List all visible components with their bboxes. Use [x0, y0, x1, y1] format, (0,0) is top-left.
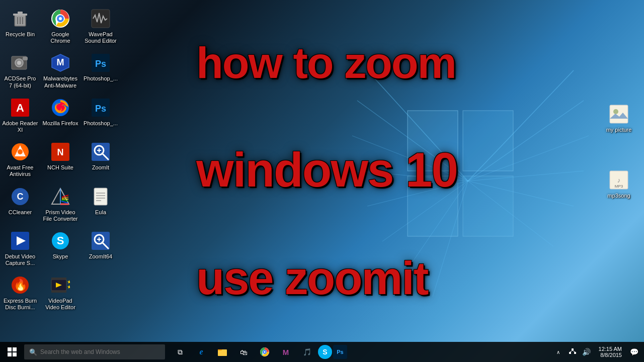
svg-rect-96 [572, 348, 574, 350]
icon-photoshop2[interactable]: Ps Photoshop_... [80, 94, 121, 136]
icon-wavepad[interactable]: WavePad Sound Editor [80, 5, 121, 47]
firefox-icon [51, 98, 70, 117]
icon-zoomit64[interactable]: ZoomIt64 [80, 227, 121, 269]
videopad-icon: ★ ★ [51, 276, 70, 295]
icon-row-1: Recycle Bin Google Chrome [0, 5, 121, 47]
right-icons-area: my picture ♪ MP3 mp3song [599, 101, 639, 202]
svg-text:🔥: 🔥 [14, 278, 28, 292]
acdsee-label: ACDSee Pro 7 (64-bit) [2, 75, 38, 88]
express-burn-label: Express Burn Disc Burni... [2, 298, 38, 311]
taskbar-photoshop[interactable]: Ps [333, 345, 347, 359]
icon-row-2: ACDSee Pro 7 (64-bit) M Malwarebytes Ant… [0, 49, 121, 92]
svg-rect-89 [8, 352, 12, 356]
system-clock[interactable]: 12:15 AM 8/8/2015 [595, 342, 626, 362]
svg-text:S: S [57, 234, 64, 247]
svg-point-95 [264, 351, 266, 353]
clock-date: 8/8/2015 [600, 352, 622, 358]
skype-icon: S [51, 231, 70, 250]
svg-point-42 [18, 149, 23, 154]
taskbar: 🔍 ⧉ e 🛍 [0, 342, 644, 362]
photoshop1-label: Photoshop_... [84, 75, 118, 82]
tray-notification[interactable]: 💬 [628, 342, 640, 362]
tray-network[interactable] [567, 342, 579, 362]
nch-label: NCH Suite [47, 164, 73, 171]
icon-row-7: 🔥 Express Burn Disc Burni... ★ ★ [0, 272, 80, 314]
clock-time: 12:15 AM [599, 346, 622, 352]
svg-point-27 [59, 17, 62, 20]
zoomit64-label: ZoomIt64 [89, 253, 112, 260]
chrome-label: Google Chrome [42, 31, 78, 44]
svg-point-83 [613, 109, 618, 114]
icon-zoomit[interactable]: ZoomIt [80, 138, 121, 180]
taskbar-task-view[interactable]: ⧉ [170, 342, 190, 362]
tray-expand[interactable]: ∧ [552, 342, 565, 362]
icon-videopad[interactable]: ★ ★ VideoPad Video Editor [40, 272, 80, 314]
svg-text:MP3: MP3 [615, 184, 623, 189]
file-explorer-icon [217, 347, 227, 357]
icon-google-chrome[interactable]: Google Chrome [40, 5, 80, 47]
svg-rect-88 [13, 347, 17, 351]
prism-icon [51, 187, 70, 206]
icon-row-6: Debut Video Capture S... S Skype [0, 227, 121, 269]
icon-row-3: A Adobe Reader XI Mozilla Firefox [0, 94, 121, 136]
recycle-bin-label: Recycle Bin [6, 31, 35, 38]
wavepad-icon [91, 9, 110, 28]
zoomit-label: ZoomIt [92, 164, 109, 171]
tray-volume[interactable]: 🔊 [581, 342, 593, 362]
taskbar-chrome[interactable] [255, 342, 275, 362]
icon-acdsee[interactable]: ACDSee Pro 7 (64-bit) [0, 49, 40, 92]
icon-avast[interactable]: Avast Free Antivirus [0, 138, 40, 180]
svg-rect-20 [18, 12, 23, 14]
svg-line-99 [570, 350, 573, 352]
icon-adobe-reader[interactable]: A Adobe Reader XI [0, 94, 40, 136]
taskbar-store[interactable]: 🛍 [233, 342, 254, 362]
icon-eula[interactable]: Eula [80, 183, 121, 225]
svg-rect-32 [23, 57, 28, 60]
icon-mp3song[interactable]: ♪ MP3 mp3song [599, 166, 639, 202]
my-picture-icon [609, 105, 628, 124]
svg-rect-15 [463, 111, 513, 171]
taskbar-media[interactable]: 🎵 [297, 342, 317, 362]
icon-my-picture[interactable]: my picture [599, 101, 639, 136]
taskbar-file-explorer[interactable] [212, 342, 232, 362]
svg-rect-82 [610, 105, 628, 123]
debut-label: Debut Video Capture S... [2, 253, 38, 266]
icon-skype[interactable]: S Skype [40, 227, 80, 269]
icon-ccleaner[interactable]: C CCleaner [0, 183, 40, 225]
icon-express-burn[interactable]: 🔥 Express Burn Disc Burni... [0, 272, 40, 314]
adobe-reader-label: Adobe Reader XI [2, 120, 38, 133]
express-burn-icon: 🔥 [11, 276, 30, 295]
search-input[interactable] [40, 348, 151, 355]
videopad-label: VideoPad Video Editor [42, 298, 78, 311]
icon-photoshop1[interactable]: Ps Photoshop_... [80, 49, 121, 92]
taskbar-mail[interactable]: M [276, 342, 296, 362]
svg-line-100 [573, 350, 575, 352]
svg-rect-60 [94, 188, 107, 205]
svg-line-56 [62, 197, 68, 198]
avast-label: Avast Free Antivirus [2, 164, 38, 177]
icon-nch[interactable]: N NCH Suite [40, 138, 80, 180]
icon-recycle-bin[interactable]: Recycle Bin [0, 5, 40, 47]
taskbar-skype[interactable]: S [318, 345, 332, 359]
my-picture-label: my picture [606, 127, 632, 133]
taskbar-chrome-icon [260, 347, 270, 357]
svg-rect-19 [13, 14, 27, 16]
icon-debut[interactable]: Debut Video Capture S... [0, 227, 40, 269]
svg-rect-87 [8, 347, 12, 351]
start-button[interactable] [0, 342, 24, 362]
chrome-icon [51, 9, 70, 28]
mp3song-label: mp3song [607, 193, 630, 199]
svg-rect-14 [408, 111, 458, 171]
photoshop1-icon: Ps [91, 53, 110, 72]
prism-label: Prism Video File Converter [42, 209, 78, 222]
icon-firefox[interactable]: Mozilla Firefox [40, 94, 80, 136]
search-bar[interactable]: 🔍 [24, 344, 165, 359]
icon-prism[interactable]: Prism Video File Converter [40, 183, 80, 225]
firefox-label: Mozilla Firefox [43, 120, 78, 127]
malwarebytes-icon: M [51, 53, 70, 72]
ccleaner-label: CCleaner [9, 209, 32, 216]
taskbar-edge[interactable]: e [191, 342, 211, 362]
svg-rect-78 [51, 278, 66, 280]
zoomit64-icon [91, 231, 110, 250]
icon-malwarebytes[interactable]: M Malwarebytes Anti-Malware [40, 49, 80, 92]
